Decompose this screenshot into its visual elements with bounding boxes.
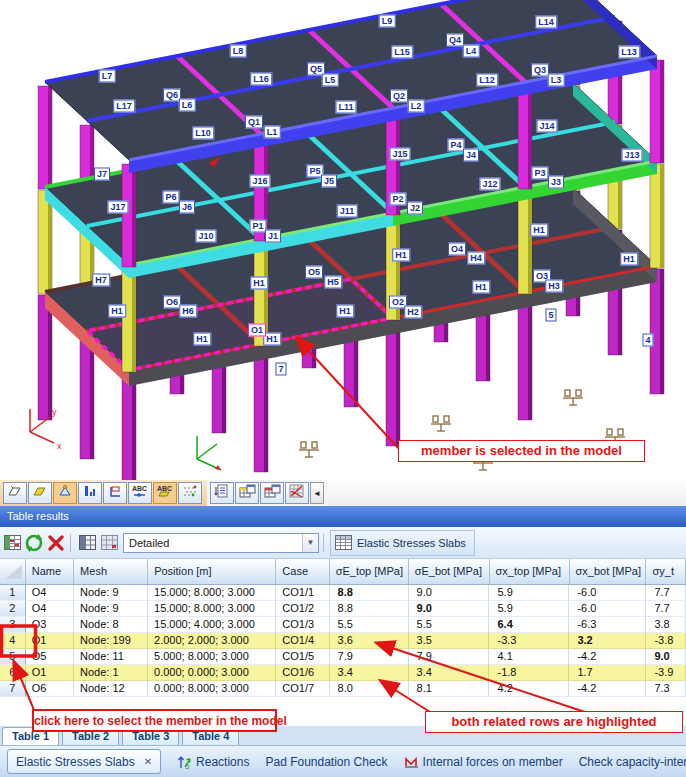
cell-value: 1.7: [569, 665, 646, 681]
column-header-Name[interactable]: Name: [26, 559, 74, 584]
cell-mesh: Node: 9: [74, 585, 148, 601]
result-type-button[interactable]: Elastic Stresses Slabs: [330, 530, 475, 556]
refresh-icon[interactable]: [24, 534, 44, 552]
table-window-alt-button[interactable]: [260, 482, 284, 504]
close-icon[interactable]: ✕: [144, 756, 152, 767]
numbering-list-icon: [214, 484, 230, 502]
chevron-down-icon[interactable]: ▼: [302, 534, 318, 552]
label-abc-box-button[interactable]: ABC: [153, 482, 177, 504]
member-label: L13: [618, 46, 640, 59]
table-row[interactable]: 6O1Node: 10.000; 0.000; 3.000CO1/63.43.4…: [0, 665, 686, 681]
column-header-rownum[interactable]: [0, 559, 26, 584]
section-triangle-button[interactable]: [53, 482, 77, 504]
column-header-σy_t[interactable]: σy_t: [646, 559, 686, 584]
table-window-button[interactable]: [235, 482, 259, 504]
cell-value: 8.8: [330, 585, 409, 601]
reactions-axes-icon: 5: [177, 753, 192, 770]
table-grid-icon: [335, 535, 352, 550]
cell-name: O6: [26, 681, 74, 697]
cell-num[interactable]: 6: [0, 665, 26, 681]
member-label: O5: [305, 266, 323, 279]
table-toolbar: Detailed ▼ Elastic Stresses Slabs: [0, 527, 686, 559]
member-label: L5: [322, 74, 339, 87]
label-abc-box-icon: ABC: [156, 484, 174, 502]
cell-num[interactable]: 7: [0, 681, 26, 697]
member-label: L12: [476, 74, 498, 87]
collapse-toolbar-button[interactable]: ◄: [310, 482, 324, 504]
svg-text:x: x: [57, 441, 62, 451]
annotation-click-here: click here to select the member in the m…: [32, 709, 277, 732]
column-header-Mesh[interactable]: Mesh: [74, 559, 148, 584]
member-label: H3: [545, 280, 563, 293]
cell-value: 4.2: [489, 681, 569, 697]
selected-member-label: O1: [248, 324, 266, 337]
results-tab-pad-foundation-check[interactable]: Pad Foundation Check: [265, 755, 387, 769]
table-window-alt-icon: [264, 484, 281, 503]
member-label: Q3: [531, 64, 549, 77]
cell-num[interactable]: 5: [0, 649, 26, 665]
model-viewport[interactable]: x y L9L14L8Q4L4L15L13L7Q5L5L16L12Q3L3L17…: [0, 0, 686, 480]
wireframe-box-icon: [7, 484, 23, 502]
column-header-σE_bot [MPa][interactable]: σE_bot [MPa]: [409, 559, 490, 584]
table-manager-icon[interactable]: [2, 534, 22, 552]
view-toolbar-group-left: ABCABC: [0, 480, 207, 506]
results-tab-reactions[interactable]: 5Reactions: [177, 753, 249, 770]
member-label: P3: [531, 167, 548, 180]
cell-name: O3: [26, 617, 74, 633]
member-label: J10: [195, 230, 216, 243]
member-label: P2: [389, 193, 406, 206]
table-row[interactable]: 2O4Node: 915.000; 8.000; 3.000CO1/28.89.…: [0, 601, 686, 617]
results-tab-internal-forces-on-member[interactable]: Internal forces on member: [404, 755, 563, 769]
member-label: H1: [193, 333, 211, 346]
table-cell-icon[interactable]: [99, 534, 119, 552]
member-label: H5: [324, 276, 342, 289]
member-label: Q2: [390, 90, 408, 103]
cell-mesh: Node: 1: [74, 665, 148, 681]
results-tab-elastic-stresses-slabs[interactable]: Elastic Stresses Slabs✕: [7, 749, 161, 774]
delete-icon[interactable]: [46, 534, 66, 552]
cell-num[interactable]: 4: [0, 633, 26, 649]
member-label: 5: [545, 309, 556, 322]
level-flag-button[interactable]: [103, 482, 127, 504]
member-label: Q1: [245, 116, 263, 129]
cell-case: CO1/3: [276, 617, 329, 633]
mesh-dots-button[interactable]: [178, 482, 202, 504]
column-header-σx_top [MPa][interactable]: σx_top [MPa]: [490, 559, 570, 584]
detail-level-combobox[interactable]: Detailed ▼: [123, 533, 319, 553]
cell-pos: 0.000; 0.000; 3.000: [148, 665, 276, 681]
results-tab-check-capacity-interaction-diagr[interactable]: Check capacity-interaction diagr: [579, 755, 686, 769]
numbering-list-button[interactable]: [210, 482, 234, 504]
toolbar-separator: [323, 534, 324, 552]
cell-pos: 15.000; 8.000; 3.000: [148, 601, 276, 617]
cell-value: 8.1: [409, 681, 490, 697]
member-label: J11: [337, 205, 358, 218]
solid-box-button[interactable]: [28, 482, 52, 504]
cell-value: -6.0: [569, 601, 646, 617]
column-header-σx_bot [MPa][interactable]: σx_bot [MPa]: [570, 559, 647, 584]
table-row[interactable]: 1O4Node: 915.000; 8.000; 3.000CO1/18.89.…: [0, 585, 686, 601]
load-ruler-button[interactable]: [78, 482, 102, 504]
column-header-Position [m][interactable]: Position [m]: [148, 559, 276, 584]
application-window: x y L9L14L8Q4L4L15L13L7Q5L5L16L12Q3L3L17…: [0, 0, 686, 777]
member-label: H1: [620, 253, 638, 266]
table-row[interactable]: 4O1Node: 1992.000; 2.000; 3.000CO1/43.63…: [0, 633, 686, 649]
table-row[interactable]: 5O5Node: 115.000; 8.000; 3.000CO1/57.97.…: [0, 649, 686, 665]
cell-value: 7.7: [646, 601, 686, 617]
table-row[interactable]: 3O3Node: 815.000; 4.000; 3.000CO1/35.55.…: [0, 617, 686, 633]
cell-mesh: Node: 199: [74, 633, 148, 649]
column-header-Case[interactable]: Case: [276, 559, 329, 584]
grid-red-button[interactable]: [285, 482, 309, 504]
cell-num[interactable]: 1: [0, 585, 26, 601]
member-label: O4: [448, 243, 466, 256]
cell-value: 3.4: [409, 665, 490, 681]
cell-value: 9.0: [409, 601, 490, 617]
column-header-σE_top [MPa][interactable]: σE_top [MPa]: [330, 559, 409, 584]
svg-text:ABC: ABC: [157, 485, 172, 492]
label-abc-arrow-button[interactable]: ABC: [128, 482, 152, 504]
cell-num[interactable]: 3: [0, 617, 26, 633]
wireframe-box-button[interactable]: [3, 482, 27, 504]
table-columns-icon[interactable]: [77, 534, 97, 552]
cell-num[interactable]: 2: [0, 601, 26, 617]
table-row[interactable]: 7O6Node: 120.000; 8.000; 3.000CO1/78.08.…: [0, 681, 686, 697]
results-tabs-bar: Elastic Stresses Slabs✕5ReactionsPad Fou…: [0, 745, 686, 777]
